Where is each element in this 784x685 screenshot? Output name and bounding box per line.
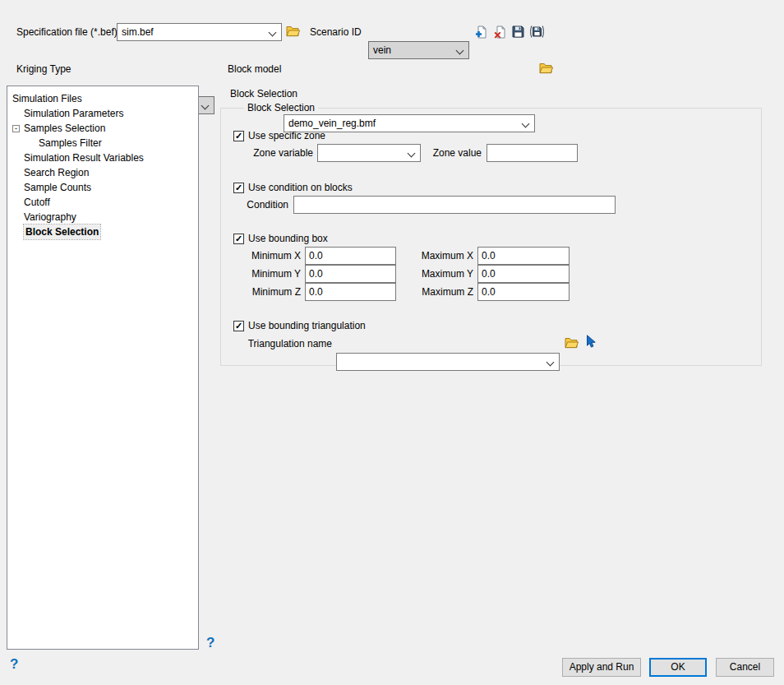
zone-value-label: Zone value [416,144,482,162]
minimum-x-label: Minimum X [231,247,301,265]
chevron-down-icon [408,150,416,158]
chevron-down-icon [269,29,277,37]
help-icon[interactable]: ? [10,656,18,673]
tree-item-samples-selection[interactable]: - Samples Selection [7,121,198,136]
tree-item-label: Block Selection [24,224,100,239]
checkmark-icon: ✓ [235,183,242,192]
open-folder-icon [565,337,579,349]
chevron-down-icon [456,47,464,55]
checkbox[interactable]: ✓ [233,183,244,193]
delete-scenario-icon [494,25,507,39]
chevron-down-icon [546,359,555,367]
delete-scenario-button[interactable] [494,25,507,39]
save-as-icon [530,25,544,38]
chevron-down-icon [201,102,210,110]
triangulation-browse-button[interactable] [565,337,579,349]
minimum-y-label: Minimum Y [231,265,301,283]
tree-item-label: Variography [24,210,76,224]
collapse-icon[interactable]: - [12,125,20,132]
checkbox[interactable]: ✓ [233,131,244,141]
new-scenario-button[interactable] [475,25,488,39]
maximum-z-label: Maximum Z [404,283,473,301]
maximum-y-label: Maximum Y [404,265,473,283]
condition-label: Condition [231,196,288,214]
tree-item-label: Simulation Files [12,91,82,106]
save-icon [512,25,524,38]
checkbox-label: Use bounding triangulation [248,320,366,331]
maximum-x-input[interactable] [477,247,570,265]
checkbox[interactable]: ✓ [233,321,244,331]
tree-item-label: Sample Counts [24,180,91,195]
maximum-x-label: Maximum X [404,247,473,265]
tree-item-label: Simulation Parameters [24,106,123,121]
spec-file-label: Specification file (*.bef) [16,23,118,41]
save-scenario-as-button[interactable] [530,25,544,38]
minimum-x-input[interactable] [305,247,396,265]
tree-item-simulation-files[interactable]: Simulation Files [7,91,198,106]
group-title: Block Selection [244,102,318,114]
tree-item-cutoff[interactable]: Cutoff [7,195,198,210]
dialog: { "header": { "spec_file": {"label": "Sp… [0,0,784,685]
cancel-button[interactable]: Cancel [716,658,774,677]
scenario-id-combo[interactable]: vein [368,41,469,59]
zone-variable-combo[interactable] [317,144,421,162]
spec-file-browse-button[interactable] [286,25,300,37]
tree-item-search-region[interactable]: Search Region [7,165,198,180]
tree-item-label: Search Region [24,165,89,180]
checkbox-label: Use condition on blocks [248,182,353,193]
use-condition-checkbox[interactable]: ✓ Use condition on blocks [233,181,353,194]
minimum-y-input[interactable] [305,265,396,283]
tree-item-label: Samples Filter [39,136,102,150]
tree-item-label: Samples Selection [24,121,105,136]
cursor-icon [586,335,596,348]
minimum-z-label: Minimum Z [231,283,301,301]
triangulation-name-combo[interactable] [336,353,560,371]
checkmark-icon: ✓ [235,132,242,141]
tree-item-label: Simulation Result Variables [24,150,144,165]
tree-item-label: Cutoff [24,195,50,210]
tree-item-block-selection[interactable]: Block Selection [7,224,198,239]
save-scenario-button[interactable] [512,25,524,38]
page-title: Block Selection [230,88,297,100]
checkbox-label: Use specific zone [248,130,325,141]
use-bounding-triangulation-checkbox[interactable]: ✓ Use bounding triangulation [233,319,366,332]
block-model-browse-button[interactable] [539,62,553,74]
use-specific-zone-checkbox[interactable]: ✓ Use specific zone [233,129,325,142]
zone-variable-label: Zone variable [231,144,313,162]
help-icon[interactable]: ? [206,635,214,651]
checkmark-icon: ✓ [235,234,242,243]
spec-file-combo[interactable]: sim.bef [117,23,282,41]
tree-item-simulation-result-variables[interactable]: Simulation Result Variables [7,150,198,165]
checkbox[interactable]: ✓ [233,234,244,244]
kriging-type-label: Kriging Type [16,60,71,78]
pick-from-screen-button[interactable] [586,335,596,348]
zone-value-input[interactable] [487,144,578,162]
condition-input[interactable] [293,196,616,214]
block-selection-group: Block Selection ✓ Use specific zone Zone… [220,108,762,366]
triangulation-name-label: Triangulation name [231,335,332,353]
scenario-id-combo-value: vein [373,44,391,56]
minimum-z-input[interactable] [305,283,396,301]
checkmark-icon: ✓ [235,322,242,331]
maximum-z-input[interactable] [477,283,570,301]
open-folder-icon [286,25,300,37]
open-folder-icon [539,62,553,74]
tree-item-samples-filter[interactable]: Samples Filter [7,136,198,150]
use-bounding-box-checkbox[interactable]: ✓ Use bounding box [233,232,328,245]
scenario-id-label: Scenario ID [310,23,362,41]
spec-file-combo-value: sim.bef [122,26,154,38]
block-model-label: Block model [228,60,281,78]
tree-item-simulation-parameters[interactable]: Simulation Parameters [7,106,198,121]
tree-item-sample-counts[interactable]: Sample Counts [7,180,198,195]
tree-panel: Simulation Files Simulation Parameters -… [7,86,199,650]
maximum-y-input[interactable] [477,265,570,283]
new-scenario-icon [475,25,488,39]
checkbox-label: Use bounding box [248,233,328,244]
apply-and-run-button[interactable]: Apply and Run [562,658,641,677]
ok-button[interactable]: OK [649,658,707,677]
tree-item-variography[interactable]: Variography [7,210,198,224]
